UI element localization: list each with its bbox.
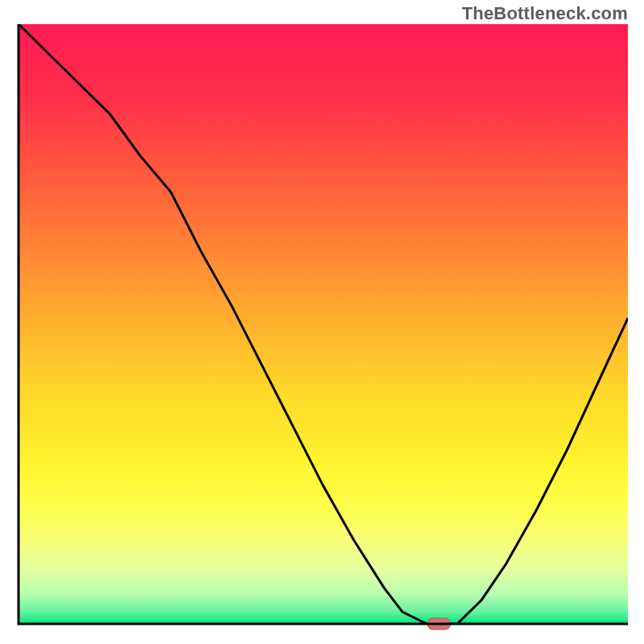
watermark-text: TheBottleneck.com bbox=[462, 3, 628, 24]
bottleneck-chart bbox=[0, 0, 644, 644]
chart-container: TheBottleneck.com bbox=[0, 0, 644, 644]
